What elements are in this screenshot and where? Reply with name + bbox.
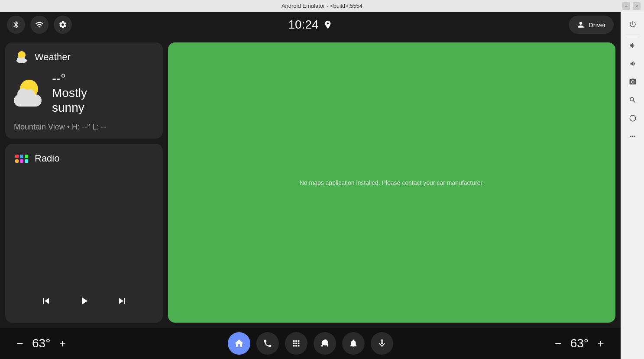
- weather-location-row: Mountain View • H: --° L: --: [14, 123, 154, 132]
- right-temp-minus-button[interactable]: −: [551, 336, 565, 350]
- right-temp-plus-button[interactable]: +: [594, 336, 608, 350]
- mic-icon: [377, 339, 387, 348]
- volume-down-icon: [629, 60, 637, 68]
- top-bar-left: [7, 16, 72, 34]
- weather-description: --° Mostly sunny: [52, 71, 87, 115]
- play-icon: [78, 295, 90, 307]
- weather-title: Weather: [35, 52, 71, 63]
- zoom-button[interactable]: [624, 91, 641, 109]
- dot-1: [15, 155, 19, 158]
- weather-main: --° Mostly sunny: [14, 71, 154, 115]
- top-bar-right: Driver: [569, 16, 614, 34]
- minimize-button[interactable]: −: [622, 2, 630, 10]
- nav-phone-button[interactable]: [256, 332, 279, 355]
- top-bar: 10:24 Driver: [0, 12, 621, 37]
- weather-card-icon: [14, 49, 29, 65]
- left-temp-minus-button[interactable]: −: [13, 336, 27, 350]
- nav-fan-button[interactable]: [314, 332, 336, 355]
- right-sidebar: [621, 12, 644, 359]
- bluetooth-icon: [12, 20, 20, 29]
- dot-5: [20, 159, 23, 163]
- content-area: Weather --°: [0, 37, 621, 328]
- left-temp-plus-button[interactable]: +: [55, 336, 69, 350]
- weather-temperature: --°: [52, 71, 87, 86]
- nav-mic-button[interactable]: [371, 332, 393, 355]
- radio-title: Radio: [35, 153, 59, 164]
- circle-icon: [629, 114, 637, 122]
- title-bar-controls: − ×: [622, 2, 641, 10]
- radio-card[interactable]: Radio: [5, 144, 163, 323]
- phone-icon: [263, 339, 272, 348]
- map-message: No maps application installed. Please co…: [300, 179, 484, 186]
- radio-title-row: Radio: [14, 151, 154, 166]
- volume-up-icon: [629, 42, 637, 49]
- svg-point-3: [22, 57, 25, 61]
- vol-up-button[interactable]: [624, 37, 641, 54]
- settings-button[interactable]: [54, 16, 72, 34]
- dot-4: [15, 159, 19, 163]
- more-button[interactable]: [624, 128, 641, 145]
- home-icon: [234, 338, 244, 349]
- nav-grid-button[interactable]: [285, 332, 307, 355]
- main-container: 10:24 Driver: [0, 12, 644, 359]
- nav-home-button[interactable]: [228, 332, 250, 355]
- next-track-icon: [116, 295, 128, 307]
- grid-icon: [291, 339, 301, 348]
- close-button[interactable]: ×: [633, 2, 641, 10]
- dot-3: [25, 155, 28, 158]
- weather-title-row: Weather: [14, 49, 154, 65]
- svg-point-4: [630, 115, 636, 121]
- nav-buttons: [228, 332, 393, 355]
- left-panel: Weather --°: [0, 37, 168, 328]
- right-temp-control: − 63° +: [551, 336, 608, 350]
- more-icon: [629, 133, 637, 140]
- bottom-bar: − 63° +: [0, 328, 621, 359]
- driver-button[interactable]: Driver: [569, 16, 614, 34]
- radio-controls: [14, 282, 154, 316]
- radio-icon: [14, 151, 29, 166]
- wifi-button[interactable]: [30, 16, 49, 34]
- bell-icon: [349, 339, 358, 348]
- svg-point-2: [17, 57, 21, 61]
- left-temp-value: 63°: [32, 336, 50, 350]
- dot-6: [25, 159, 28, 163]
- weather-icon-large: [14, 80, 45, 107]
- clock-display: 10:24: [288, 18, 318, 32]
- driver-label: Driver: [589, 21, 606, 29]
- top-bar-center: 10:24: [288, 18, 332, 32]
- sidebar-divider-1: [626, 35, 640, 35]
- radio-grid-icon: [15, 155, 28, 163]
- vol-down-button[interactable]: [624, 55, 641, 72]
- person-icon: [576, 20, 585, 29]
- dot-2: [20, 155, 23, 158]
- radio-prev-button[interactable]: [36, 291, 56, 311]
- weather-card[interactable]: Weather --°: [5, 42, 163, 139]
- left-temp-control: − 63° +: [13, 336, 69, 350]
- partly-cloudy-icon: [14, 49, 29, 65]
- location-icon: [323, 20, 333, 29]
- bluetooth-button[interactable]: [7, 16, 25, 34]
- right-temp-value: 63°: [570, 336, 589, 350]
- camera-button[interactable]: [624, 73, 641, 91]
- map-area: No maps application installed. Please co…: [168, 42, 615, 323]
- zoom-icon: [629, 96, 637, 104]
- title-bar-text: Android Emulator - <build>:5554: [282, 3, 362, 9]
- android-ui: 10:24 Driver: [0, 12, 621, 359]
- nav-bell-button[interactable]: [342, 332, 365, 355]
- settings-icon: [58, 20, 67, 29]
- fan-icon: [320, 339, 330, 348]
- power-icon: [629, 20, 637, 28]
- radio-play-button[interactable]: [74, 291, 94, 311]
- wifi-icon: [35, 20, 44, 29]
- prev-track-icon: [40, 295, 52, 307]
- circle-button[interactable]: [624, 110, 641, 127]
- weather-condition: Mostly sunny: [52, 86, 87, 115]
- radio-next-button[interactable]: [112, 291, 133, 311]
- title-bar: Android Emulator - <build>:5554 − ×: [0, 0, 644, 12]
- camera-icon: [629, 78, 637, 86]
- power-button[interactable]: [624, 16, 641, 33]
